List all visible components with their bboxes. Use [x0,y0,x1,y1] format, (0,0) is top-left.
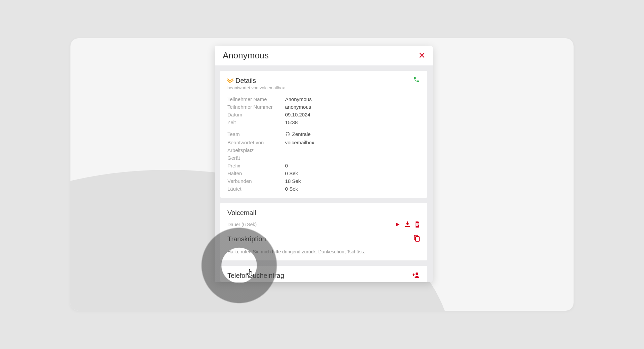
phone-icon[interactable] [413,76,420,84]
call-detail-modal: Anonymous Details beantwortet von voicem… [215,46,433,282]
date-value: 09.10.2024 [285,112,420,117]
details-heading: Details [235,77,256,85]
participant-name-label: Teilnehmer Name [227,96,281,102]
answered-by-value: voicemailbox [285,140,420,145]
download-icon[interactable] [405,221,410,228]
transcription-heading: Transkription [227,235,266,243]
voicemail-card: Voicemail Dauer (6 Sek) Tran [220,203,427,260]
svg-rect-0 [405,226,410,227]
hold-value: 0 Sek [285,170,420,176]
prefix-value: 0 [285,163,420,168]
answered-by-label: Beantwortet von [227,140,281,145]
team-value: Zentrale [285,131,420,138]
voicemail-duration: Dauer (6 Sek) [227,222,257,227]
app-stage: Anonymous Details beantwortet von voicem… [70,38,574,311]
connected-value: 18 Sek [285,178,420,184]
prefix-label: Prefix [227,163,281,168]
modal-title: Anonymous [223,50,269,61]
participant-number-label: Teilnehmer Nummer [227,104,281,110]
transcription-text: Hallo, rufen Sie mich bitte dringend zur… [227,249,420,254]
call-missed-icon [227,79,233,83]
close-icon[interactable] [419,52,425,59]
time-value: 15:38 [285,119,420,125]
details-subtitle: beantwortet von voicemailbox [227,85,420,90]
modal-header: Anonymous [215,46,433,65]
headset-icon [285,132,290,137]
workplace-label: Arbeitsplatz [227,147,281,153]
ringing-label: Läutet [227,186,281,192]
voicemail-actions [395,221,420,228]
device-label: Gerät [227,155,281,161]
details-card: Details beantwortet von voicemailbox Tei… [220,71,427,198]
participant-number-value: anonymous [285,104,420,110]
svg-rect-2 [416,224,419,225]
phonebook-card: Telefonbucheintrag [220,266,427,282]
connected-label: Verbunden [227,178,281,184]
date-label: Datum [227,112,281,117]
svg-rect-5 [416,237,419,241]
phonebook-heading: Telefonbucheintrag [227,272,284,280]
voicemail-heading: Voicemail [227,209,420,217]
transcription-section: Transkription Hallo, rufen Sie mich bitt… [227,235,420,254]
ringing-value: 0 Sek [285,186,420,192]
hold-label: Halten [227,170,281,176]
svg-point-6 [416,272,418,275]
copy-icon[interactable] [414,235,420,243]
details-fields: Teilnehmer Name Anonymous Teilnehmer Num… [227,96,420,192]
time-label: Zeit [227,119,281,125]
svg-rect-1 [416,223,419,224]
participant-name-value: Anonymous [285,96,420,102]
device-value [285,155,420,161]
document-icon[interactable] [415,221,420,228]
workplace-value [285,147,420,153]
add-contact-icon[interactable] [413,272,420,280]
play-icon[interactable] [395,222,400,227]
svg-rect-3 [416,225,418,226]
team-label: Team [227,131,281,138]
